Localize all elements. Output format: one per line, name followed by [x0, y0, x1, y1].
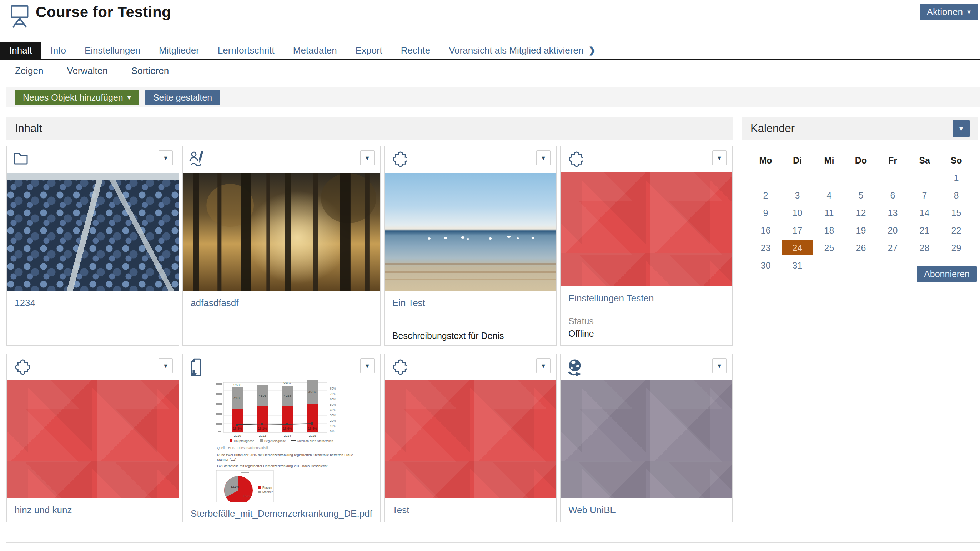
card-menu-button[interactable]: ▾: [712, 150, 727, 165]
card-menu-button[interactable]: ▾: [536, 150, 550, 165]
card-menu-button[interactable]: ▾: [159, 358, 173, 373]
subtab-sortieren[interactable]: Sortieren: [131, 65, 169, 76]
calendar-day[interactable]: 4: [813, 188, 845, 203]
calendar-day[interactable]: 21: [908, 223, 940, 238]
svg-text:4'488: 4'488: [234, 397, 242, 400]
calendar-day[interactable]: 6: [877, 188, 908, 203]
card-image-pdf-preview[interactable]: 9'583 9'967 4'488 4'596 4'268 4'737 15.3…: [183, 379, 380, 502]
calendar-day[interactable]: 25: [813, 240, 845, 255]
calendar-day-empty: [845, 258, 877, 273]
calendar-day[interactable]: 10: [781, 205, 813, 220]
svg-text:20%: 20%: [330, 419, 336, 422]
tab-inhalt[interactable]: Inhalt: [0, 42, 41, 59]
svg-text:15.3%: 15.3%: [233, 427, 242, 430]
svg-text:9'967: 9'967: [284, 381, 292, 385]
calendar-day[interactable]: 8: [940, 188, 972, 203]
card-title-link[interactable]: 1234: [14, 298, 35, 309]
tab-lernfortschritt[interactable]: Lernfortschritt: [208, 42, 284, 59]
card-menu-button[interactable]: ▾: [712, 358, 727, 373]
svg-text:Quelle: BFS, Todesursachenstat: Quelle: BFS, Todesursachenstatistik: [217, 446, 269, 449]
tab-metadaten[interactable]: Metadaten: [284, 42, 346, 59]
tab-einstellungen[interactable]: Einstellungen: [75, 42, 150, 59]
calendar-day[interactable]: 11: [813, 205, 845, 220]
svg-text:Rund zwei Drittel der 2015 mit: Rund zwei Drittel der 2015 mit Demenzerk…: [217, 453, 353, 457]
card-title-link[interactable]: hinz und kunz: [14, 505, 72, 516]
card-image-beach[interactable]: [385, 173, 556, 291]
card-image-red-tile[interactable]: [385, 380, 556, 498]
calendar-day[interactable]: 18: [813, 223, 845, 238]
calendar-day[interactable]: 26: [845, 240, 877, 255]
calendar-day[interactable]: 15: [940, 205, 972, 220]
calendar-day[interactable]: 30: [750, 258, 781, 273]
card-image-blueberries[interactable]: [7, 173, 178, 291]
subtab-zeigen[interactable]: Zeigen: [15, 65, 43, 76]
card-menu-button[interactable]: ▾: [360, 358, 374, 373]
calendar-day[interactable]: 9: [750, 205, 781, 220]
card-adfasdfasdf: ▾: [183, 146, 380, 346]
tab-mitglieder[interactable]: Mitglieder: [150, 42, 208, 59]
calendar-day[interactable]: 31: [781, 258, 813, 273]
calendar-day[interactable]: 16: [750, 223, 781, 238]
calendar-menu-button[interactable]: ▾: [953, 120, 970, 137]
svg-text:9'583: 9'583: [234, 383, 242, 387]
calendar-day[interactable]: 5: [845, 188, 877, 203]
calendar-day-header: Do: [845, 153, 877, 168]
card-title-link[interactable]: Web UniBE: [568, 505, 616, 516]
add-object-button[interactable]: Neues Objekt hinzufügen ▾: [15, 90, 139, 105]
svg-text:2015: 2015: [309, 434, 316, 438]
svg-text:0%: 0%: [330, 430, 334, 433]
calendar-day[interactable]: 7: [908, 188, 940, 203]
card-web-unibe: ▾ Web UniBE: [560, 354, 733, 522]
card-title-link[interactable]: Sterbefälle_mit_Demenzerkrankung_DE.pdf: [191, 508, 372, 519]
calendar-panel-header: Kalender ▾: [742, 117, 978, 140]
puzzle-icon: [566, 150, 583, 169]
caret-down-icon: ▾: [127, 94, 131, 101]
calendar-day[interactable]: 20: [877, 223, 908, 238]
calendar-day[interactable]: 1: [940, 170, 972, 185]
calendar-day[interactable]: 22: [940, 223, 972, 238]
subscribe-button[interactable]: Abonnieren: [917, 266, 977, 282]
card-title-link[interactable]: adfasdfasdf: [191, 298, 239, 309]
calendar-day[interactable]: 29: [940, 240, 972, 255]
svg-text:50%: 50%: [330, 403, 336, 406]
calendar-day[interactable]: 14: [908, 205, 940, 220]
tab-info[interactable]: Info: [41, 42, 75, 59]
folder-icon: [13, 150, 29, 167]
card-top: ▾: [385, 146, 556, 173]
calendar-day[interactable]: 23: [750, 240, 781, 255]
tab-export[interactable]: Export: [346, 42, 391, 59]
card-menu-button[interactable]: ▾: [159, 150, 173, 165]
card-top: ▾: [560, 354, 732, 380]
calendar-day[interactable]: 13: [877, 205, 908, 220]
card-menu-button[interactable]: ▾: [536, 358, 550, 373]
calendar-day[interactable]: 3: [781, 188, 813, 203]
card-image-red-tile[interactable]: [7, 380, 178, 498]
add-object-button-label: Neues Objekt hinzufügen: [23, 92, 123, 103]
calendar-day[interactable]: 28: [908, 240, 940, 255]
actions-button[interactable]: Aktionen ▾: [920, 3, 978, 20]
subtab-verwalten[interactable]: Verwalten: [67, 65, 108, 76]
calendar-day[interactable]: 12: [845, 205, 877, 220]
card-image-purple-tile[interactable]: [560, 380, 732, 498]
calendar-day-empty: [781, 170, 813, 185]
content-panel-header: Inhalt: [6, 117, 733, 140]
svg-text:2014: 2014: [284, 434, 291, 438]
svg-text:Männer (G2): Männer (G2): [217, 457, 236, 461]
calendar-day[interactable]: 27: [877, 240, 908, 255]
calendar-day-header: So: [940, 153, 972, 168]
calendar-day[interactable]: 2: [750, 188, 781, 203]
card-title-link[interactable]: Einstellungen Testen: [568, 293, 654, 304]
card-image-forest[interactable]: [183, 173, 380, 291]
tab-voransicht[interactable]: Voransicht als Mitglied aktivieren ❯: [439, 42, 605, 59]
card-menu-button[interactable]: ▾: [360, 150, 374, 165]
card-title-link[interactable]: Ein Test: [392, 298, 425, 309]
card-body: Einstellungen Testen Status Offline: [560, 287, 732, 345]
calendar-day[interactable]: 24: [781, 240, 813, 255]
tab-rechte[interactable]: Rechte: [391, 42, 439, 59]
design-page-button[interactable]: Seite gestalten: [145, 90, 220, 105]
caret-down-icon: ▾: [967, 8, 971, 15]
card-title-link[interactable]: Test: [392, 505, 409, 516]
card-image-red-tile[interactable]: [560, 172, 732, 287]
calendar-day[interactable]: 19: [845, 223, 877, 238]
calendar-day[interactable]: 17: [781, 223, 813, 238]
